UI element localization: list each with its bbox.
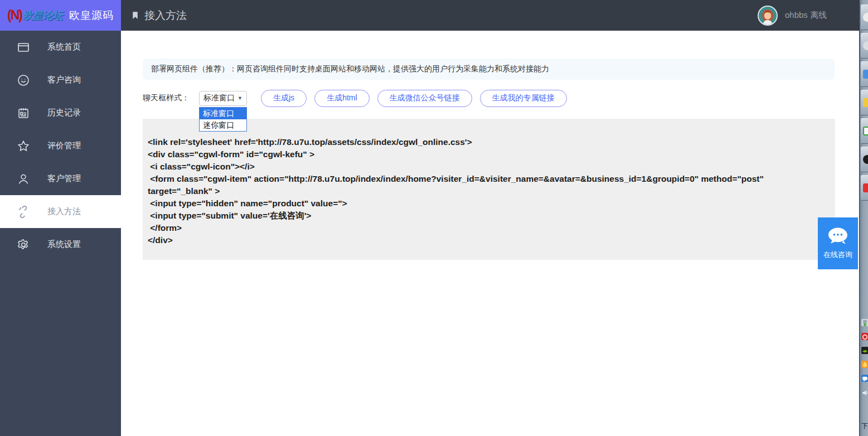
chat-style-label: 聊天框样式： bbox=[143, 93, 190, 103]
sidebar-item-home[interactable]: 系统首页 bbox=[0, 31, 121, 64]
tray-icon-usb[interactable] bbox=[861, 319, 868, 326]
code-line: </form> bbox=[148, 222, 824, 234]
chevron-down-icon: ▼ bbox=[237, 95, 243, 101]
user-menu[interactable]: ohbbs 离线 bbox=[758, 0, 827, 31]
sidebar-item-label: 系统设置 bbox=[47, 239, 81, 250]
code-line: <div class="cgwl-form" id="cgwl-kefu" > bbox=[148, 148, 824, 161]
user-name-label: ohbbs 离线 bbox=[785, 10, 827, 21]
generate-html-button[interactable]: 生成html bbox=[314, 90, 369, 107]
smiley-icon bbox=[17, 74, 30, 87]
generate-js-button[interactable]: 生成js bbox=[261, 90, 307, 107]
code-line: target="_blank" > bbox=[148, 185, 824, 197]
dropdown-option-standard[interactable]: 标准窗口 bbox=[200, 108, 246, 119]
sidebar-item-label: 系统首页 bbox=[47, 42, 81, 52]
dock-button-6[interactable] bbox=[861, 147, 868, 172]
page-title-label: 接入方法 bbox=[144, 8, 187, 23]
star-icon bbox=[17, 139, 30, 153]
chat-style-dropdown: 标准窗口 迷你窗口 bbox=[199, 107, 247, 132]
sidebar-item-label: 客户管理 bbox=[47, 173, 81, 184]
sidebar-item-label: 历史记录 bbox=[47, 108, 81, 118]
tray-icon-chat-app[interactable] bbox=[861, 375, 868, 382]
dock-button-1[interactable] bbox=[861, 4, 868, 30]
bookmark-icon bbox=[130, 11, 140, 20]
chat-bubble-icon bbox=[827, 227, 849, 246]
dock-button-5[interactable] bbox=[861, 118, 868, 144]
sidebar-item-history[interactable]: 历史记录 bbox=[0, 96, 121, 129]
dock-app-icon bbox=[863, 155, 868, 164]
online-chat-button[interactable]: 在线咨询 bbox=[818, 217, 858, 269]
chat-style-select[interactable]: 标准窗口 ▼ bbox=[199, 91, 247, 106]
user-icon bbox=[17, 172, 30, 186]
generate-wechat-link-button[interactable]: 生成微信公众号链接 bbox=[377, 90, 472, 107]
sidebar-item-customers[interactable]: 客户管理 bbox=[0, 162, 121, 195]
brand-header: (N) 欧皇论坛 欧皇源码 bbox=[0, 0, 121, 31]
avatar[interactable] bbox=[758, 6, 778, 26]
main-content: 部署网页组件（推荐）：网页咨询组件同时支持桌面网站和移动网站，提供强大的用户行为… bbox=[121, 31, 859, 436]
dock-app-icon bbox=[863, 98, 868, 107]
generate-exclusive-link-button[interactable]: 生成我的专属链接 bbox=[480, 90, 567, 107]
sidebar-item-settings[interactable]: 系统设置 bbox=[0, 228, 121, 261]
sidebar-item-label: 评价管理 bbox=[47, 141, 81, 151]
chat-style-controls: 聊天框样式： 标准窗口 ▼ 标准窗口 迷你窗口 生成js 生成html 生成微信… bbox=[143, 89, 567, 107]
sidebar: 系统首页 客户咨询 历史记录 评价管理 客户管理 接入方法 系统设置 bbox=[0, 31, 121, 436]
unlink-icon bbox=[17, 205, 30, 219]
deploy-notice-banner: 部署网页组件（推荐）：网页咨询组件同时支持桌面网站和移动网站，提供强大的用户行为… bbox=[143, 59, 835, 80]
logo-n-icon: (N) bbox=[7, 8, 22, 23]
logo-forum-text: 欧皇论坛 bbox=[22, 8, 62, 23]
notebook-icon bbox=[17, 106, 30, 120]
dock-app-icon bbox=[863, 70, 868, 79]
edge-dock-strip: 下 bbox=[859, 0, 868, 436]
sidebar-item-integration[interactable]: 接入方法 bbox=[0, 195, 121, 228]
dock-button-2[interactable] bbox=[861, 33, 868, 59]
code-line: <i class="cgwl-icon"></i> bbox=[148, 161, 824, 173]
logo-brand-text: 欧皇源码 bbox=[69, 8, 114, 23]
dock-app-icon bbox=[863, 13, 868, 22]
sidebar-item-label: 客户咨询 bbox=[47, 75, 81, 85]
deploy-notice-text: 部署网页组件（推荐）：网页咨询组件同时支持桌面网站和移动网站，提供强大的用户行为… bbox=[151, 64, 549, 74]
page-title: 接入方法 bbox=[130, 8, 187, 23]
chat-style-select-wrap: 标准窗口 ▼ 标准窗口 迷你窗口 bbox=[199, 91, 247, 106]
dock-button-7[interactable] bbox=[861, 175, 868, 201]
sidebar-item-label: 接入方法 bbox=[47, 206, 81, 217]
sidebar-item-consult[interactable]: 客户咨询 bbox=[0, 64, 121, 96]
tray-icon-orange-app[interactable] bbox=[861, 361, 868, 368]
dock-button-3[interactable] bbox=[861, 61, 868, 87]
chat-style-select-value: 标准窗口 bbox=[203, 93, 235, 103]
topbar: 接入方法 ohbbs 离线 bbox=[121, 0, 868, 31]
code-line: <form class="cgwl-item" action="http://7… bbox=[148, 173, 824, 185]
tray-icon-red-app[interactable] bbox=[861, 333, 868, 340]
window-icon bbox=[17, 41, 30, 54]
dock-app-icon bbox=[863, 183, 868, 192]
code-line: <input type="hidden" name="product" valu… bbox=[148, 197, 824, 210]
dock-app-icon bbox=[863, 127, 868, 135]
code-line: <input type="submit" value='在线咨询'> bbox=[148, 210, 824, 222]
gear-icon bbox=[17, 238, 30, 251]
sidebar-item-reviews[interactable]: 评价管理 bbox=[0, 129, 121, 162]
code-line: </div> bbox=[148, 234, 824, 246]
dropdown-option-mini[interactable]: 迷你窗口 bbox=[200, 119, 246, 131]
code-line: <link rel='stylesheet' href='http://78.u… bbox=[148, 136, 824, 148]
dock-app-icon bbox=[863, 41, 868, 50]
online-chat-label: 在线咨询 bbox=[823, 250, 852, 260]
edge-time-label: 下 bbox=[861, 422, 868, 431]
tray-icon-green-app[interactable] bbox=[861, 347, 868, 354]
dock-button-4[interactable] bbox=[861, 90, 868, 115]
tray-icon-volume[interactable] bbox=[861, 389, 868, 396]
embed-code-block: <link rel='stylesheet' href='http://78.u… bbox=[143, 119, 835, 260]
